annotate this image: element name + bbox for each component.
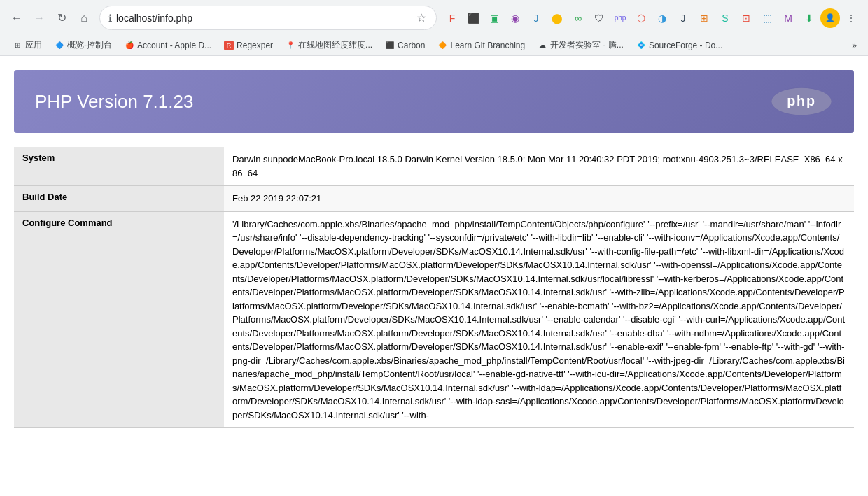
control-panel-favicon: 🔷 (55, 41, 64, 50)
ext-icon7[interactable]: ∞ (568, 8, 588, 28)
bookmark-map-label: 在线地图经度纬度... (298, 39, 372, 51)
ext-php-icon[interactable]: php (610, 8, 630, 28)
bookmark-star-button[interactable]: ☆ (415, 10, 428, 26)
bookmark-apple-label: Account - Apple D... (137, 41, 211, 50)
bookmark-learn-git-label: Learn Git Branching (450, 41, 525, 50)
ext-icon4[interactable]: ◉ (505, 8, 525, 28)
ext-icon15[interactable]: ⬚ (757, 8, 777, 28)
bookmark-developer-lab[interactable]: ☁ 开发者实验室 - 腾... (532, 37, 629, 53)
forward-button[interactable]: → (29, 8, 49, 28)
ext-feedly-icon[interactable]: F (442, 8, 462, 28)
ext-icon17[interactable]: ⬇ (799, 8, 819, 28)
bookmark-apple[interactable]: 🍎 Account - Apple D... (119, 38, 217, 52)
ext-icon5[interactable]: J (526, 8, 546, 28)
toolbar-icons: F ⬛ ▣ ◉ J ⬤ ∞ 🛡 php ⬡ ◑ J ⊞ S ⊡ ⬚ M ⬇ 👤 … (442, 8, 861, 28)
ext-icon13[interactable]: S (715, 8, 735, 28)
ext-icon11[interactable]: J (673, 8, 693, 28)
bookmark-apps[interactable]: ⊞ 应用 (7, 37, 48, 53)
bookmarks-bar: ⊞ 应用 🔷 概览-控制台 🍎 Account - Apple D... R R… (0, 36, 868, 55)
bookmark-map[interactable]: 📍 在线地图经度纬度... (280, 37, 378, 53)
home-button[interactable]: ⌂ (74, 8, 94, 28)
nav-buttons: ← → ↻ ⌂ (7, 8, 94, 28)
svg-text:php: php (787, 93, 816, 108)
table-cell-label: System (14, 147, 224, 186)
regexper-favicon: R (224, 41, 234, 50)
carbon-favicon: ⬛ (385, 41, 395, 50)
browser-toolbar: ← → ↻ ⌂ ℹ ☆ F ⬛ ▣ ◉ J ⬤ ∞ 🛡 php ⬡ ◑ J ⊞ … (0, 0, 868, 36)
table-cell-value: '/Library/Caches/com.apple.xbs/Binaries/… (224, 211, 854, 428)
table-row: SystemDarwin sunpodeMacBook-Pro.local 18… (14, 147, 854, 186)
ext-icon12[interactable]: ⊞ (694, 8, 714, 28)
browser-chrome: ← → ↻ ⌂ ℹ ☆ F ⬛ ▣ ◉ J ⬤ ∞ 🛡 php ⬡ ◑ J ⊞ … (0, 0, 868, 56)
table-cell-value: Darwin sunpodeMacBook-Pro.local 18.5.0 D… (224, 147, 854, 186)
table-cell-label: Build Date (14, 186, 224, 212)
php-page: PHP Version 7.1.23 php SystemDarwin sunp… (0, 56, 868, 442)
php-logo: php (770, 84, 833, 119)
table-cell-value: Feb 22 2019 22:07:21 (224, 186, 854, 212)
bookmark-carbon-label: Carbon (398, 41, 425, 50)
php-header: PHP Version 7.1.23 php (14, 70, 854, 133)
bookmarks-more-button[interactable]: » (848, 38, 861, 52)
ext-icon16[interactable]: M (778, 8, 798, 28)
more-options-button[interactable]: ⋮ (841, 8, 861, 28)
ext-icon3[interactable]: ▣ (484, 8, 504, 28)
map-favicon: 📍 (286, 41, 295, 50)
bookmark-regexper[interactable]: R Regexper (218, 38, 279, 52)
address-bar-container: ℹ ☆ (99, 6, 437, 30)
ext-chrome-icon[interactable]: ⬤ (547, 8, 567, 28)
bookmark-control-panel-label: 概览-控制台 (67, 39, 112, 51)
php-info-table: SystemDarwin sunpodeMacBook-Pro.local 18… (14, 147, 854, 428)
reload-button[interactable]: ↻ (52, 8, 71, 28)
ext-icon14[interactable]: ⊡ (736, 8, 756, 28)
ext-shield-icon[interactable]: 🛡 (589, 8, 609, 28)
table-row: Configure Command'/Library/Caches/com.ap… (14, 211, 854, 428)
table-row: Build DateFeb 22 2019 22:07:21 (14, 186, 854, 212)
ext-red-icon[interactable]: ⬡ (631, 8, 651, 28)
bookmark-developer-lab-label: 开发者实验室 - 腾... (550, 39, 624, 51)
sourceforge-favicon: 💠 (636, 41, 646, 50)
learn-git-favicon: 🔶 (438, 41, 447, 50)
bookmark-learn-git[interactable]: 🔶 Learn Git Branching (432, 38, 531, 52)
ext-avatar-icon[interactable]: 👤 (820, 8, 840, 28)
bookmark-sourceforge-label: SourceForge - Do... (649, 41, 722, 50)
bookmark-sourceforge[interactable]: 💠 SourceForge - Do... (631, 38, 728, 52)
back-button[interactable]: ← (7, 8, 27, 28)
ext-tampermonkey-icon[interactable]: ⬛ (463, 8, 483, 28)
apps-favicon: ⊞ (13, 41, 22, 50)
apple-favicon: 🍎 (125, 41, 134, 50)
address-bar[interactable] (116, 13, 411, 24)
developer-lab-favicon: ☁ (538, 41, 547, 50)
php-version-title: PHP Version 7.1.23 (35, 91, 193, 113)
bookmark-control-panel[interactable]: 🔷 概览-控制台 (49, 37, 118, 53)
lock-icon: ℹ (108, 13, 112, 24)
bookmark-carbon[interactable]: ⬛ Carbon (379, 38, 430, 52)
bookmark-regexper-label: Regexper (237, 41, 273, 50)
ext-icon10[interactable]: ◑ (652, 8, 672, 28)
table-cell-label: Configure Command (14, 211, 224, 428)
bookmark-apps-label: 应用 (25, 39, 42, 51)
